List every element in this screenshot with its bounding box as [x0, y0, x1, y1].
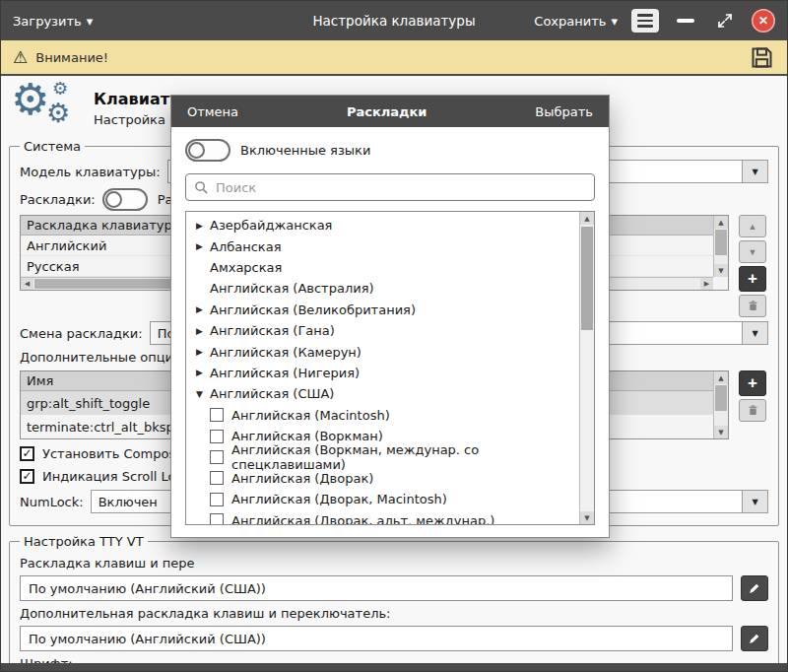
load-button[interactable]: Загрузить ▾ — [13, 14, 93, 29]
add-layout-button[interactable]: + — [739, 266, 766, 292]
enabled-languages-toggle[interactable] — [185, 139, 230, 162]
delete-option-button[interactable] — [739, 399, 766, 422]
compose-checkbox-label[interactable]: Установить Compose — [42, 446, 183, 461]
scrolllock-checkbox[interactable]: ✓ — [20, 469, 34, 484]
language-checkbox[interactable] — [210, 493, 224, 506]
app-window: Загрузить ▾ Настройка клавиатуры Сохрани… — [0, 0, 788, 672]
expander-icon[interactable]: ▶ — [194, 326, 210, 336]
language-variant-row[interactable]: Английская (Дворак, Macintosh) — [186, 489, 578, 509]
language-row[interactable]: ▼ Английская (США) — [186, 383, 578, 404]
arrow-down-icon: ▼ — [749, 247, 757, 257]
tty-layout-edit-button[interactable] — [741, 575, 768, 601]
maximize-button[interactable] — [712, 9, 738, 33]
language-label: Английская (Нигерия) — [210, 366, 360, 380]
plus-icon: + — [748, 269, 757, 289]
expander-icon[interactable]: ▶ — [194, 304, 210, 314]
options-table-vscrollbar[interactable]: ▲ ▼ — [713, 371, 728, 438]
save-button[interactable]: Сохранить ▾ — [534, 14, 618, 29]
arrow-up-icon: ▲ — [749, 222, 757, 232]
language-checkbox[interactable] — [210, 513, 224, 525]
scroll-up-icon[interactable]: ▲ — [714, 371, 728, 384]
hamburger-icon — [637, 14, 653, 17]
language-row[interactable]: Амхарская — [186, 257, 578, 278]
dialog-cancel-button[interactable]: Отмена — [187, 104, 238, 119]
expander-icon[interactable]: ▶ — [194, 221, 210, 231]
language-checkbox[interactable] — [210, 430, 224, 443]
scroll-down-icon[interactable]: ▼ — [714, 264, 728, 277]
language-label: Английская (Воркман, междунар. со спецкл… — [231, 442, 578, 472]
language-variant-row[interactable]: Английская (Воркман, междунар. со спецкл… — [186, 446, 578, 467]
expander-icon[interactable]: ▼ — [194, 389, 210, 399]
floppy-disk-icon — [749, 44, 775, 71]
language-label: Амхарская — [210, 260, 282, 275]
dialog-title: Раскладки — [347, 104, 427, 119]
scrollbar-thumb[interactable] — [581, 227, 593, 330]
scroll-up-icon[interactable]: ▲ — [580, 212, 594, 225]
combo-arrow-icon[interactable]: ▼ — [742, 161, 767, 182]
tty-alt-layout-edit-button[interactable] — [741, 626, 768, 651]
window-title: Настройка клавиатуры — [312, 13, 475, 29]
keyboard-model-label: Модель клавиатуры: — [20, 165, 161, 179]
language-label: Английская (Австралия) — [210, 281, 374, 296]
move-down-button[interactable]: ▼ — [739, 240, 766, 263]
tty-group: Настройка TTY VT Раскладка клавиш и пере… — [9, 534, 779, 663]
delete-layout-button[interactable] — [739, 295, 766, 317]
minimize-button[interactable] — [673, 9, 698, 33]
scroll-left-icon[interactable]: ◀ — [21, 278, 33, 290]
language-label: Албанская — [210, 239, 281, 254]
layout-list-vscrollbar[interactable]: ▲ ▼ — [713, 216, 728, 277]
language-label: Английская (Камерун) — [210, 345, 361, 360]
language-label: Английская (Macintosh) — [231, 408, 390, 423]
language-label: Английская (Великобритания) — [210, 302, 416, 317]
scrollbar-thumb[interactable] — [715, 385, 727, 411]
tty-alt-layout-input[interactable] — [20, 626, 733, 651]
language-row[interactable]: ▶ Английская (Великобритания) — [186, 300, 578, 320]
language-row[interactable]: ▶ Английская (Гана) — [186, 320, 578, 341]
scroll-down-icon[interactable]: ▼ — [580, 511, 594, 524]
expander-icon[interactable]: ▶ — [194, 347, 210, 357]
scrollbar-thumb[interactable] — [715, 230, 727, 255]
language-label: Английская (Дворак) — [231, 471, 373, 486]
scroll-down-icon[interactable]: ▼ — [714, 426, 728, 438]
scroll-right-icon[interactable]: ▶ — [700, 278, 713, 290]
language-label: Английская (Дворак, Macintosh) — [231, 492, 447, 506]
dialog-select-button[interactable]: Выбрать — [535, 104, 593, 119]
add-option-button[interactable]: + — [739, 370, 766, 396]
layouts-dialog: Отмена Раскладки Выбрать Включенные язык… — [170, 95, 610, 538]
language-label: Английская (Дворак, альт. междунар.) — [231, 513, 494, 525]
language-list-scrollbar[interactable]: ▲ ▼ — [579, 212, 594, 524]
move-up-button[interactable]: ▲ — [739, 215, 766, 237]
language-variant-row[interactable]: Английская (Macintosh) — [186, 405, 578, 426]
language-row[interactable]: ▶ Азербайджанская — [186, 215, 578, 235]
window-bottom-edge — [1, 663, 787, 671]
combo-arrow-icon[interactable]: ▼ — [742, 491, 767, 512]
language-label: Английская (Воркман) — [231, 429, 383, 443]
scrolllock-checkbox-label[interactable]: Индикация Scroll Lock — [42, 469, 190, 484]
numlock-value: Включен — [98, 495, 158, 509]
language-row[interactable]: ▶ Английская (Нигерия) — [186, 363, 578, 383]
pencil-icon — [748, 581, 761, 595]
tty-alt-layout-row — [20, 626, 768, 651]
expander-icon[interactable]: ▶ — [194, 241, 210, 251]
layouts-label: Раскладки: — [20, 192, 96, 207]
language-checkbox[interactable] — [210, 471, 224, 485]
tty-alt-layout-label: Дополнительная раскладка клавиш и перекл… — [20, 606, 768, 623]
language-checkbox[interactable] — [210, 408, 224, 422]
save-file-button[interactable] — [749, 44, 775, 71]
trash-icon — [747, 300, 759, 312]
expander-icon[interactable]: ▶ — [194, 368, 210, 377]
combo-arrow-icon[interactable]: ▼ — [742, 322, 767, 344]
tty-layout-label: Раскладка клавиш и пере — [20, 556, 768, 572]
close-button[interactable]: ✕ — [752, 9, 775, 33]
menu-button[interactable] — [631, 9, 659, 33]
language-variant-row[interactable]: Английская (Дворак, альт. междунар.) — [186, 509, 578, 525]
tty-layout-input[interactable] — [20, 575, 733, 601]
language-search-input[interactable] — [186, 174, 594, 200]
scroll-up-icon[interactable]: ▲ — [714, 216, 728, 229]
compose-checkbox[interactable]: ✓ — [20, 446, 34, 461]
language-checkbox[interactable] — [210, 450, 224, 464]
language-row[interactable]: ▶ Английская (Камерун) — [186, 341, 578, 362]
language-row[interactable]: ▶ Албанская — [186, 235, 578, 256]
layouts-toggle[interactable] — [102, 188, 148, 211]
language-row[interactable]: Английская (Австралия) — [186, 278, 578, 299]
